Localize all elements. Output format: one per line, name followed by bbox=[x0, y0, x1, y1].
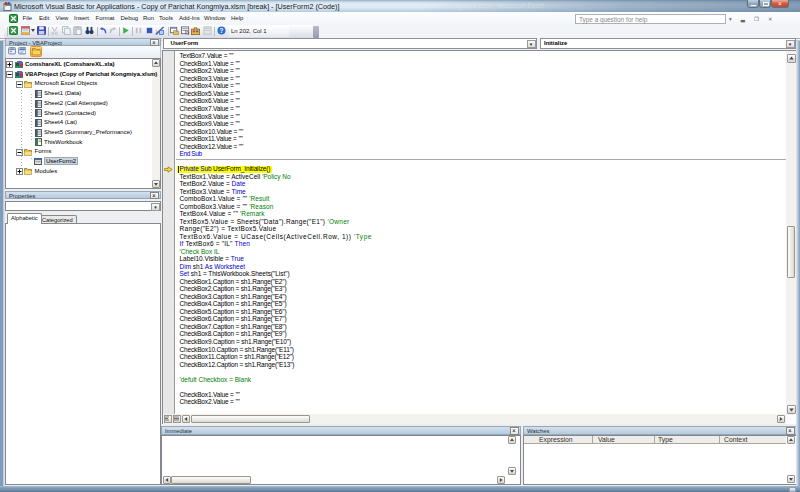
svg-text:?: ? bbox=[219, 27, 223, 34]
